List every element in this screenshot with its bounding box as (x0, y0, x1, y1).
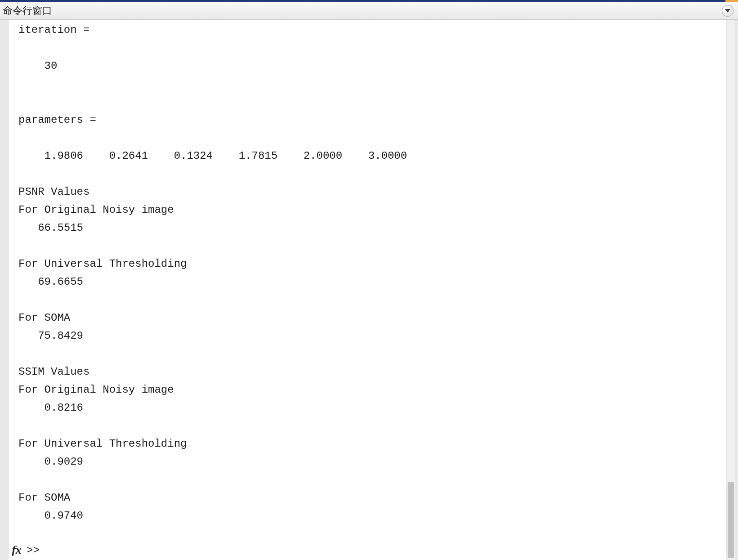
output-psnr-orig-label: For Original Noisy image (18, 204, 174, 216)
command-window-output[interactable]: iteration = 30 parameters = 1.9806 0.264… (9, 20, 726, 560)
output-parameters-row: 1.9806 0.2641 0.1324 1.7815 2.0000 3.000… (18, 150, 407, 162)
output-ssim-orig-value: 0.8216 (18, 402, 83, 414)
app-root: 命令行窗口 iteration = 30 parameters = 1.9806… (0, 0, 738, 560)
output-ssim-soma-label: For SOMA (18, 492, 70, 504)
command-window-body: iteration = 30 parameters = 1.9806 0.264… (8, 20, 735, 560)
command-prompt[interactable]: >> (27, 544, 40, 556)
output-psnr-header: PSNR Values (18, 186, 89, 198)
output-ssim-orig-label: For Original Noisy image (18, 384, 174, 396)
command-prompt-row: fx >> (9, 541, 40, 559)
output-ssim-ut-value: 0.9029 (18, 456, 83, 468)
command-window-titlebar: 命令行窗口 (0, 2, 738, 20)
output-ssim-soma-value: 0.9740 (18, 510, 83, 522)
output-psnr-soma-label: For SOMA (18, 312, 70, 324)
fx-icon[interactable]: fx (9, 543, 24, 557)
scrollbar-thumb[interactable] (728, 482, 734, 558)
svg-marker-0 (725, 9, 730, 13)
panel-menu-button[interactable] (722, 5, 734, 17)
output-psnr-orig-value: 66.5515 (18, 222, 83, 234)
output-psnr-ut-label: For Universal Thresholding (18, 258, 187, 270)
output-ssim-ut-label: For Universal Thresholding (18, 438, 187, 450)
output-iteration-value: 30 (18, 60, 57, 72)
output-psnr-soma-value: 75.8429 (18, 330, 83, 342)
output-ssim-header: SSIM Values (18, 366, 89, 378)
vertical-scrollbar[interactable] (726, 20, 735, 560)
output-iteration-label: iteration = (18, 24, 89, 36)
output-parameters-label: parameters = (18, 114, 96, 126)
output-psnr-ut-value: 69.6655 (18, 276, 83, 288)
chevron-down-icon (725, 9, 730, 13)
command-window-title: 命令行窗口 (3, 4, 722, 18)
